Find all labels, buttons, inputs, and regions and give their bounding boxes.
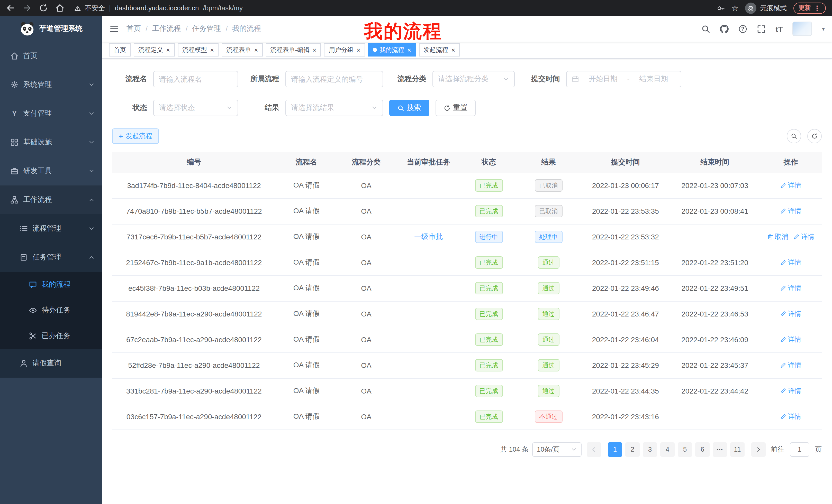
forward-icon[interactable] — [23, 4, 31, 12]
breadcrumb-item-task-management[interactable]: 任务管理 — [192, 24, 221, 33]
start-process-button[interactable]: + 发起流程 — [112, 129, 159, 144]
github-icon[interactable] — [720, 24, 729, 33]
address-bar[interactable]: 不安全 | dashboard.yudao.iocoder.cn/bpm/tas… — [75, 3, 243, 12]
help-icon[interactable] — [739, 24, 747, 33]
sidebar-item-my-process[interactable]: 我的流程 — [0, 272, 102, 298]
search-icon[interactable] — [702, 24, 710, 33]
page-button-2[interactable]: 2 — [625, 442, 640, 456]
cancel-action-link[interactable]: 取消 — [767, 232, 788, 242]
detail-action-link[interactable]: 详情 — [780, 181, 801, 190]
filter-row-2: 状态 请选择状态 结果 请选择流结果 — [112, 100, 822, 116]
caret-down-icon[interactable]: ▾ — [822, 25, 825, 32]
result-select[interactable]: 请选择流结果 — [285, 100, 383, 116]
chevron-down-icon — [371, 105, 378, 111]
browser-home-icon[interactable] — [55, 4, 64, 12]
page-button-4[interactable]: 4 — [660, 442, 675, 456]
close-icon[interactable]: × — [357, 47, 361, 53]
tab-home[interactable]: 首页 — [109, 43, 131, 57]
table-search-toggle-button[interactable] — [787, 129, 801, 143]
cell-category: OA — [337, 173, 395, 198]
status-select[interactable]: 请选择状态 — [153, 100, 238, 116]
cell-result: 通过 — [516, 378, 581, 404]
process-name-input[interactable] — [153, 71, 238, 87]
start-date-placeholder[interactable]: 开始日期 — [581, 75, 625, 84]
next-page-button[interactable] — [751, 442, 766, 456]
detail-action-link[interactable]: 详情 — [780, 258, 801, 267]
breadcrumb-item-home[interactable]: 首页 — [127, 24, 141, 33]
tab-process-model[interactable]: 流程模型 × — [178, 43, 218, 57]
url-domain[interactable]: dashboard.yudao.iocoder.cn — [115, 4, 199, 12]
current-task-link[interactable]: 一级审批 — [414, 232, 443, 241]
process-def-input[interactable] — [285, 71, 383, 87]
page-ellipsis[interactable]: ••• — [713, 442, 727, 456]
detail-action-link[interactable]: 详情 — [780, 284, 801, 293]
category-select[interactable]: 请选择流程分类 — [433, 71, 515, 87]
submit-time-range-picker[interactable]: 开始日期 - 结束日期 — [566, 71, 681, 87]
page-size-select[interactable]: 10条/页 — [532, 442, 581, 456]
tab-my-process[interactable]: 我的流程 × — [368, 43, 416, 57]
page-button-1[interactable]: 1 — [608, 442, 622, 456]
sidebar-toggle-button[interactable] — [102, 24, 127, 33]
detail-action-link[interactable]: 详情 — [780, 309, 801, 318]
detail-action-link[interactable]: 详情 — [780, 361, 801, 370]
reload-icon[interactable] — [39, 4, 48, 12]
page-button-5[interactable]: 5 — [678, 442, 692, 456]
security-label[interactable]: 不安全 — [85, 3, 105, 12]
prev-page-button[interactable] — [587, 442, 601, 456]
sidebar-item-todo-tasks[interactable]: 待办任务 — [0, 298, 102, 323]
bookmark-star-icon[interactable]: ☆ — [731, 3, 738, 12]
sidebar-item-infrast ructure[interactable]: 基础设施 — [0, 128, 102, 157]
app-logo[interactable]: 芋道管理系统 — [0, 16, 102, 41]
hamburger-icon — [109, 24, 119, 33]
sidebar-item-payment-management[interactable]: ¥ 支付管理 — [0, 99, 102, 128]
close-icon[interactable]: × — [407, 47, 411, 53]
fullscreen-icon[interactable] — [757, 24, 766, 33]
close-icon[interactable]: × — [451, 47, 455, 53]
panda-logo-icon — [19, 21, 35, 36]
table-refresh-button[interactable] — [807, 129, 822, 143]
incognito-chip[interactable]: 无痕模式 — [745, 2, 787, 13]
column-header-category: 流程分类 — [337, 152, 395, 173]
kebab-menu-icon[interactable]: ⋮ — [813, 4, 821, 12]
sidebar-item-workflow[interactable]: 工作流程 — [0, 186, 102, 214]
close-icon[interactable]: × — [210, 47, 214, 53]
tab-process-form-edit[interactable]: 流程表单-编辑 × — [266, 43, 321, 57]
avatar[interactable] — [793, 22, 812, 36]
detail-action-link[interactable]: 详情 — [780, 335, 801, 344]
detail-action-link[interactable]: 详情 — [794, 232, 814, 242]
detail-action-link[interactable]: 详情 — [780, 412, 801, 421]
detail-action-link[interactable]: 详情 — [780, 206, 801, 216]
back-icon[interactable] — [6, 4, 15, 12]
browser-update-button[interactable]: 更新 ⋮ — [794, 2, 826, 13]
sidebar-item-home[interactable]: 首页 — [0, 41, 102, 71]
breadcrumb-item-workflow[interactable]: 工作流程 — [152, 24, 181, 33]
sidebar-item-task-management[interactable]: 任务管理 — [0, 243, 102, 272]
font-size-icon[interactable]: tT — [776, 24, 783, 33]
sidebar-item-done-tasks[interactable]: 已办任务 — [0, 323, 102, 349]
tab-process-definition[interactable]: 流程定义 × — [134, 43, 175, 57]
sidebar-item-dev-tools[interactable]: 研发工具 — [0, 157, 102, 186]
result-tag: 通过 — [538, 282, 559, 295]
submit-time-label: 提交时间 — [515, 75, 566, 84]
close-icon[interactable]: × — [254, 47, 258, 53]
page-annotation: 我的流程 — [364, 19, 442, 44]
tab-start-process[interactable]: 发起流程 × — [419, 43, 460, 57]
sidebar-item-process-management[interactable]: 流程管理 — [0, 214, 102, 243]
sidebar-item-system-management[interactable]: 系统管理 — [0, 71, 102, 99]
page-button-3[interactable]: 3 — [643, 442, 657, 456]
close-icon[interactable]: × — [313, 47, 316, 53]
close-icon[interactable]: × — [166, 47, 170, 53]
tab-process-form[interactable]: 流程表单 × — [222, 43, 262, 57]
goto-page-input[interactable] — [790, 442, 809, 456]
page-button-6[interactable]: 6 — [695, 442, 710, 456]
search-button[interactable]: 搜索 — [389, 100, 430, 116]
reset-button[interactable]: 重置 — [436, 100, 476, 116]
end-date-placeholder[interactable]: 结束日期 — [632, 75, 676, 84]
detail-action-link[interactable]: 详情 — [780, 386, 801, 396]
tab-user-group[interactable]: 用户分组 × — [324, 43, 365, 57]
page-button-11[interactable]: 11 — [730, 442, 745, 456]
password-key-icon[interactable] — [717, 4, 725, 12]
url-path[interactable]: /bpm/task/my — [203, 4, 243, 12]
sidebar-item-leave-query[interactable]: 请假查询 — [0, 349, 102, 377]
cell-current-task — [395, 250, 462, 275]
